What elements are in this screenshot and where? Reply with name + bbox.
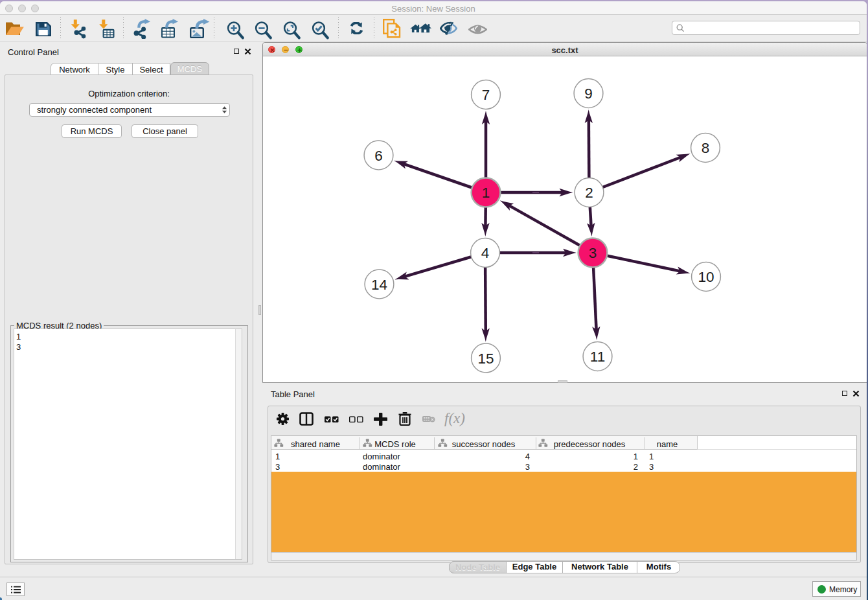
svg-text:3: 3 <box>589 245 597 261</box>
svg-text:2: 2 <box>585 185 593 201</box>
svg-text:6: 6 <box>374 148 383 164</box>
svg-text:1: 1 <box>482 185 490 201</box>
svg-text:14: 14 <box>371 277 387 293</box>
svg-text:10: 10 <box>698 269 714 285</box>
svg-text:4: 4 <box>481 245 490 261</box>
svg-text:11: 11 <box>590 349 605 365</box>
svg-text:15: 15 <box>477 351 494 367</box>
svg-text:8: 8 <box>702 140 710 156</box>
svg-text:7: 7 <box>482 87 490 103</box>
svg-text:9: 9 <box>584 86 593 102</box>
